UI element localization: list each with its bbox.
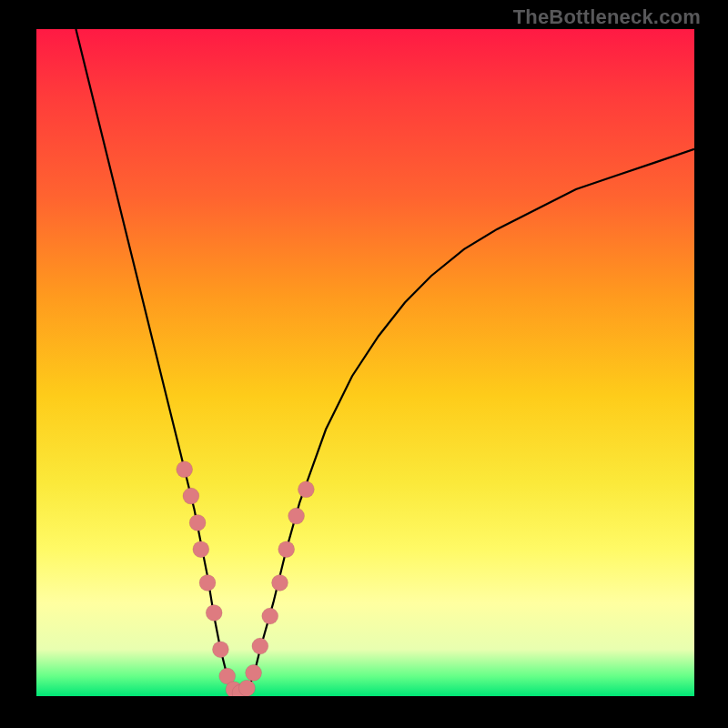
plot-area	[36, 29, 694, 696]
data-marker	[206, 604, 222, 621]
data-marker	[183, 488, 199, 504]
data-marker	[199, 574, 216, 591]
data-marker	[246, 664, 262, 681]
data-marker	[278, 541, 295, 558]
data-marker	[262, 608, 278, 624]
data-marker	[238, 680, 255, 696]
chart-svg	[36, 29, 694, 696]
watermark-text: TheBottleneck.com	[513, 5, 701, 29]
data-marker	[272, 574, 288, 591]
data-marker	[189, 514, 206, 531]
data-marker	[252, 638, 268, 654]
data-marker	[288, 508, 305, 524]
data-marker	[298, 481, 314, 498]
bottleneck-curve	[76, 29, 694, 696]
data-marker	[177, 461, 193, 478]
data-marker	[193, 541, 209, 558]
chart-frame: TheBottleneck.com	[0, 0, 728, 728]
data-marker	[212, 642, 228, 658]
marker-group	[177, 461, 315, 696]
